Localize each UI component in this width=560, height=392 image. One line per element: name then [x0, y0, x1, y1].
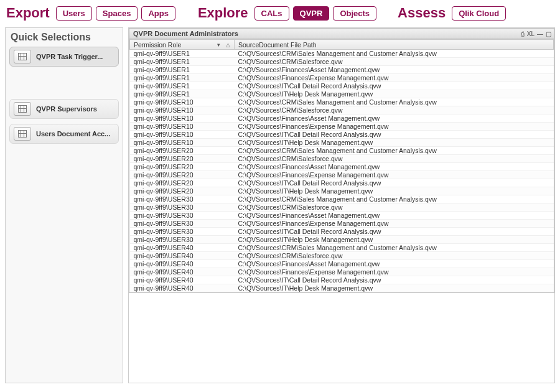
- cell-source-path: C:\QVSources\Finances\Expense Management…: [235, 123, 554, 131]
- table-row[interactable]: qmi-qv-9ff9\USER20C:\QVSources\Finances\…: [130, 171, 554, 179]
- table-grid-icon: [14, 50, 31, 63]
- table-row[interactable]: qmi-qv-9ff9\USER40C:\QVSources\Finances\…: [130, 268, 554, 276]
- export-xl-icon[interactable]: XL: [527, 30, 534, 37]
- quick-selection-item[interactable]: QVPR Task Trigger...: [9, 47, 119, 67]
- sort-asc-icon[interactable]: △: [226, 42, 230, 48]
- cell-source-path: C:\QVSources\Finances\Asset Management.q…: [235, 66, 554, 74]
- cell-permission-role: qmi-qv-9ff9\USER20: [130, 155, 235, 163]
- table-row[interactable]: qmi-qv-9ff9\USER1C:\QVSources\Finances\E…: [130, 74, 554, 82]
- quick-selection-item[interactable]: Users Document Acc...: [9, 124, 119, 144]
- tab-apps[interactable]: Apps: [141, 6, 175, 21]
- cell-source-path: C:\QVSources\Finances\Expense Management…: [235, 171, 554, 179]
- quick-selections-panel: Quick Selections QVPR Task Trigger...QVP…: [5, 27, 123, 383]
- table-row[interactable]: qmi-qv-9ff9\USER40C:\QVSources\CRM\Sales…: [130, 244, 554, 252]
- cell-source-path: C:\QVSources\Finances\Expense Management…: [235, 74, 554, 82]
- cell-source-path: C:\QVSources\IT\Help Desk Management.qvw: [235, 187, 554, 195]
- cell-source-path: C:\QVSources\IT\Help Desk Management.qvw: [235, 139, 554, 147]
- cell-source-path: C:\QVSources\IT\Call Detail Record Analy…: [235, 131, 554, 139]
- cell-source-path: C:\QVSources\Finances\Expense Management…: [235, 268, 554, 276]
- cell-source-path: C:\QVSources\CRM\Salesforce.qvw: [235, 203, 554, 212]
- cell-permission-role: qmi-qv-9ff9\USER20: [130, 179, 235, 187]
- table-row[interactable]: qmi-qv-9ff9\USER20C:\QVSources\Finances\…: [130, 163, 554, 171]
- table-row[interactable]: qmi-qv-9ff9\USER20C:\QVSources\CRM\Sales…: [130, 147, 554, 155]
- table-row[interactable]: qmi-qv-9ff9\USER1C:\QVSources\IT\Call De…: [130, 82, 554, 90]
- column-menu-icon[interactable]: ▾: [217, 42, 220, 48]
- quick-selection-label: QVPR Task Trigger...: [36, 53, 103, 60]
- main-panel: QVPR Document Administrators ⎙ XL — ▢ Pe…: [128, 27, 555, 383]
- cell-source-path: C:\QVSources\CRM\Sales Management and Cu…: [235, 244, 554, 252]
- table-row[interactable]: qmi-qv-9ff9\USER40C:\QVSources\CRM\Sales…: [130, 252, 554, 260]
- cell-permission-role: qmi-qv-9ff9\USER40: [130, 284, 235, 292]
- table-row[interactable]: qmi-qv-9ff9\USER30C:\QVSources\Finances\…: [130, 212, 554, 220]
- tab-qlik-cloud[interactable]: Qlik Cloud: [452, 6, 506, 21]
- cell-source-path: C:\QVSources\CRM\Salesforce.qvw: [235, 252, 554, 260]
- quick-selections-title: Quick Selections: [11, 32, 119, 43]
- table-row[interactable]: qmi-qv-9ff9\USER40C:\QVSources\IT\Call D…: [130, 276, 554, 284]
- tab-users[interactable]: Users: [56, 6, 92, 21]
- cell-source-path: C:\QVSources\CRM\Salesforce.qvw: [235, 58, 554, 66]
- topbar-label-explore: Explore: [198, 5, 248, 21]
- cell-source-path: C:\QVSources\Finances\Asset Management.q…: [235, 163, 554, 171]
- table-row[interactable]: qmi-qv-9ff9\USER30C:\QVSources\IT\Help D…: [130, 236, 554, 244]
- tab-cals[interactable]: CALs: [254, 6, 289, 21]
- table-row[interactable]: qmi-qv-9ff9\USER1C:\QVSources\Finances\A…: [130, 66, 554, 74]
- table-row[interactable]: qmi-qv-9ff9\USER40C:\QVSources\Finances\…: [130, 260, 554, 268]
- table-row[interactable]: qmi-qv-9ff9\USER10C:\QVSources\Finances\…: [130, 123, 554, 131]
- table-row[interactable]: qmi-qv-9ff9\USER40C:\QVSources\IT\Help D…: [130, 284, 554, 292]
- cell-source-path: C:\QVSources\Finances\Asset Management.q…: [235, 260, 554, 268]
- table-row[interactable]: qmi-qv-9ff9\USER30C:\QVSources\IT\Call D…: [130, 228, 554, 236]
- cell-source-path: C:\QVSources\CRM\Salesforce.qvw: [235, 106, 554, 114]
- cell-permission-role: qmi-qv-9ff9\USER10: [130, 114, 235, 123]
- table-row[interactable]: qmi-qv-9ff9\USER20C:\QVSources\IT\Help D…: [130, 187, 554, 195]
- cell-permission-role: qmi-qv-9ff9\USER20: [130, 187, 235, 195]
- table-row[interactable]: qmi-qv-9ff9\USER10C:\QVSources\CRM\Sales…: [130, 98, 554, 106]
- column-header-source-path[interactable]: SourceDocument File Path: [235, 40, 554, 50]
- table-row[interactable]: qmi-qv-9ff9\USER1C:\QVSources\CRM\Salesf…: [130, 58, 554, 66]
- print-icon[interactable]: ⎙: [521, 30, 525, 37]
- cell-source-path: C:\QVSources\CRM\Sales Management and Cu…: [235, 98, 554, 106]
- cell-permission-role: qmi-qv-9ff9\USER1: [130, 50, 235, 58]
- cell-permission-role: qmi-qv-9ff9\USER40: [130, 252, 235, 260]
- cell-source-path: C:\QVSources\CRM\Sales Management and Cu…: [235, 195, 554, 203]
- minimize-icon[interactable]: —: [537, 30, 543, 37]
- cell-permission-role: qmi-qv-9ff9\USER20: [130, 147, 235, 155]
- quick-selection-label: QVPR Supervisors: [36, 105, 97, 113]
- topbar: ExportUsersSpacesAppsExploreCALsQVPRObje…: [0, 0, 560, 27]
- table-row[interactable]: qmi-qv-9ff9\USER30C:\QVSources\Finances\…: [130, 220, 554, 228]
- cell-source-path: C:\QVSources\IT\Call Detail Record Analy…: [235, 179, 554, 187]
- table-row[interactable]: qmi-qv-9ff9\USER10C:\QVSources\IT\Call D…: [130, 131, 554, 139]
- table-row[interactable]: qmi-qv-9ff9\USER20C:\QVSources\IT\Call D…: [130, 179, 554, 187]
- table-row[interactable]: qmi-qv-9ff9\USER1C:\QVSources\CRM\Sales …: [130, 50, 554, 58]
- table-row[interactable]: qmi-qv-9ff9\USER30C:\QVSources\CRM\Sales…: [130, 195, 554, 203]
- cell-permission-role: qmi-qv-9ff9\USER20: [130, 163, 235, 171]
- tab-objects[interactable]: Objects: [333, 6, 376, 21]
- cell-permission-role: qmi-qv-9ff9\USER30: [130, 228, 235, 236]
- column-header-permission-role[interactable]: Permission Role ▾ △: [130, 40, 235, 50]
- quick-selection-item[interactable]: QVPR Supervisors: [9, 99, 119, 119]
- topbar-label-assess: Assess: [398, 5, 446, 21]
- cell-source-path: C:\QVSources\Finances\Expense Management…: [235, 220, 554, 228]
- tab-spaces[interactable]: Spaces: [96, 6, 138, 21]
- cell-permission-role: qmi-qv-9ff9\USER10: [130, 139, 235, 147]
- table-row[interactable]: qmi-qv-9ff9\USER10C:\QVSources\Finances\…: [130, 114, 554, 123]
- table-row[interactable]: qmi-qv-9ff9\USER10C:\QVSources\IT\Help D…: [130, 139, 554, 147]
- cell-source-path: C:\QVSources\IT\Help Desk Management.qvw: [235, 284, 554, 292]
- cell-source-path: C:\QVSources\IT\Call Detail Record Analy…: [235, 276, 554, 284]
- tab-qvpr[interactable]: QVPR: [293, 6, 330, 21]
- cell-permission-role: qmi-qv-9ff9\USER10: [130, 131, 235, 139]
- table-row[interactable]: qmi-qv-9ff9\USER10C:\QVSources\CRM\Sales…: [130, 106, 554, 114]
- cell-source-path: C:\QVSources\IT\Call Detail Record Analy…: [235, 228, 554, 236]
- cell-source-path: C:\QVSources\IT\Call Detail Record Analy…: [235, 82, 554, 90]
- cell-permission-role: qmi-qv-9ff9\USER1: [130, 58, 235, 66]
- maximize-icon[interactable]: ▢: [546, 30, 551, 37]
- cell-source-path: C:\QVSources\IT\Help Desk Management.qvw: [235, 90, 554, 98]
- topbar-label-export: Export: [6, 5, 50, 21]
- table-row[interactable]: qmi-qv-9ff9\USER30C:\QVSources\CRM\Sales…: [130, 203, 554, 212]
- table-row[interactable]: qmi-qv-9ff9\USER20C:\QVSources\CRM\Sales…: [130, 155, 554, 163]
- cell-permission-role: qmi-qv-9ff9\USER30: [130, 220, 235, 228]
- cell-source-path: C:\QVSources\CRM\Sales Management and Cu…: [235, 50, 554, 58]
- table-row[interactable]: qmi-qv-9ff9\USER1C:\QVSources\IT\Help De…: [130, 90, 554, 98]
- cell-permission-role: qmi-qv-9ff9\USER40: [130, 260, 235, 268]
- cell-permission-role: qmi-qv-9ff9\USER30: [130, 236, 235, 244]
- table-titlebar: QVPR Document Administrators ⎙ XL — ▢: [129, 28, 554, 39]
